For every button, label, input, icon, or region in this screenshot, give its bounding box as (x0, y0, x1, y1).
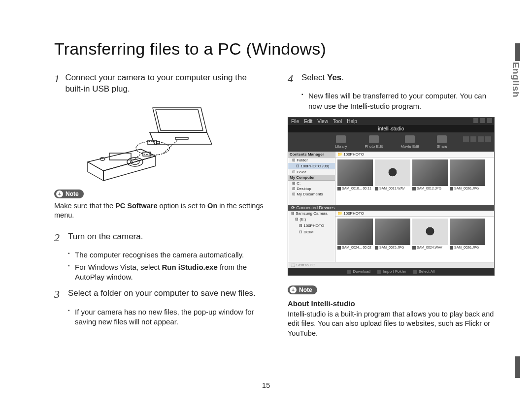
is-tree-item-selected[interactable]: ⊟ 100PHOTO (89) (288, 163, 335, 169)
step-3-text: Select a folder on your computer to save… (68, 288, 256, 301)
maximize-icon[interactable] (480, 118, 485, 123)
is-footer-left: ⬚ Sent to PC (288, 262, 494, 268)
about-intelli-text: Intelli-studio is a built-in program tha… (288, 310, 498, 339)
is-status-selectall[interactable]: Select All (413, 269, 435, 274)
is-menu-tool[interactable]: Tool (333, 119, 342, 124)
thumbnail[interactable]: SAM_0010... 00:11 (337, 159, 373, 190)
is-toolbar: Library Photo Edit Movie Edit Share (288, 132, 494, 152)
note-badge-2: + Note (288, 285, 317, 294)
camera-laptop-illustration (79, 101, 264, 185)
step-4-sub-1: New files will be transferred to your co… (303, 91, 498, 111)
step-2-sub-1: The computer recognises the camera autom… (70, 250, 264, 260)
thumbnail[interactable]: SAM_0026.JPG (450, 159, 485, 190)
note-label-1: Note (66, 190, 79, 197)
is-tree-item[interactable]: ⊟ (E:) (288, 216, 335, 222)
is-tree-item[interactable]: ⊟ 100PHOTO (288, 222, 335, 229)
about-intelli-title: About Intelli-studio (288, 299, 498, 308)
thumbnail[interactable]: SAM_0012.JPG (412, 159, 448, 190)
is-status-download[interactable]: Download (347, 269, 370, 274)
step-4-text: Select Yes. (301, 72, 344, 85)
language-tab: English (510, 43, 520, 378)
is-status-import[interactable]: Import Folder (377, 269, 406, 274)
plus-icon: + (56, 190, 63, 197)
svg-point-5 (136, 141, 169, 155)
is-path-1: 📁 100PHOTO (335, 152, 494, 158)
is-logo: intelli-studio (288, 125, 494, 132)
svg-rect-4 (175, 137, 188, 139)
is-tree-item[interactable]: ⊟ DCIM (288, 229, 335, 235)
is-tool-movieedit[interactable]: Movie Edit (400, 135, 419, 149)
toolbar-right-icon[interactable] (463, 136, 469, 142)
is-status-bar: Download Import Folder Select All (288, 268, 494, 275)
is-tree-item[interactable]: ⊞ C: (288, 181, 335, 186)
minimize-icon[interactable] (473, 118, 478, 123)
page-number: 15 (262, 381, 270, 389)
step-number-3: 3 (54, 288, 68, 301)
step-2-sub-2: For Windows Vista, select Run iStudio.ex… (70, 262, 264, 283)
note-badge-1: + Note (54, 190, 84, 198)
is-mycomputer-header: My Computer (288, 175, 335, 181)
svg-line-7 (164, 140, 177, 153)
right-column: 4 Select Yes. New files will be transfer… (288, 72, 498, 339)
is-tree-item[interactable]: ⊞ Color (288, 169, 335, 175)
left-column: 1 Connect your camera to your computer u… (54, 72, 264, 339)
thumbnail[interactable]: SAM_0025.JPG (375, 219, 410, 250)
is-menubar: File Edit View Tool Help (288, 118, 494, 125)
thumbnail[interactable]: SAM_0011.WAV (375, 159, 410, 190)
is-menu-edit[interactable]: Edit (304, 119, 312, 124)
toolbar-right-icon[interactable] (485, 136, 491, 142)
thumbnail[interactable]: SAM_0024.WAV (412, 219, 448, 250)
is-sidebar-bottom: ⊟ Samsung Camera ⊟ (E:) ⊟ 100PHOTO ⊟ DCI… (288, 211, 335, 262)
page-title: Transferring files to a PC (Windows) (54, 39, 498, 59)
step-number-1: 1 (54, 72, 65, 95)
is-menu-help[interactable]: Help (347, 119, 357, 124)
note-1-text: Make sure that the PC Software option is… (54, 201, 264, 221)
toolbar-right-icon[interactable] (478, 136, 484, 142)
svg-marker-1 (156, 110, 203, 130)
is-tool-share[interactable]: Share (437, 135, 447, 149)
step-number-4: 4 (288, 72, 301, 85)
plus-icon: + (290, 286, 297, 293)
is-tool-photoedit[interactable]: Photo Edit (365, 135, 383, 149)
thumbnail[interactable]: SAM_0026.JPG (450, 219, 485, 250)
is-tool-library[interactable]: Library (335, 135, 347, 149)
is-menu-view[interactable]: View (317, 119, 328, 124)
step-1-text: Connect your camera to your computer usi… (65, 72, 264, 95)
intelli-studio-screenshot: File Edit View Tool Help intelli-studio … (288, 117, 498, 276)
step-3-sub-1: If your camera has no new files, the pop… (70, 307, 264, 327)
is-tree-item[interactable]: ⊞ Folder (288, 158, 335, 163)
is-cm-header: Contents Manager (288, 152, 335, 158)
is-menu-file[interactable]: File (291, 119, 299, 124)
is-connected-devices: ⟳ Connected Devices (288, 205, 494, 211)
is-tree-item[interactable]: ⊞ Desktop (288, 186, 335, 191)
note-label-2: Note (299, 286, 312, 293)
step-number-2: 2 (54, 231, 68, 244)
is-path-2: 📁 100PHOTO (335, 211, 494, 217)
svg-line-3 (150, 132, 155, 144)
is-tree-item[interactable]: ⊞ My Documents (288, 191, 335, 197)
is-sidebar-top: Contents Manager ⊞ Folder ⊟ 100PHOTO (89… (288, 152, 335, 205)
is-tree-item[interactable]: ⊟ Samsung Camera (288, 211, 335, 216)
language-label: English (510, 62, 521, 97)
close-icon[interactable] (487, 118, 492, 123)
step-2-text: Turn on the camera. (68, 231, 143, 244)
thumbnail[interactable]: SAM_0024... 00:02 (337, 219, 373, 250)
svg-marker-2 (150, 132, 212, 144)
svg-marker-11 (88, 162, 103, 181)
toolbar-right-icon[interactable] (470, 136, 476, 142)
